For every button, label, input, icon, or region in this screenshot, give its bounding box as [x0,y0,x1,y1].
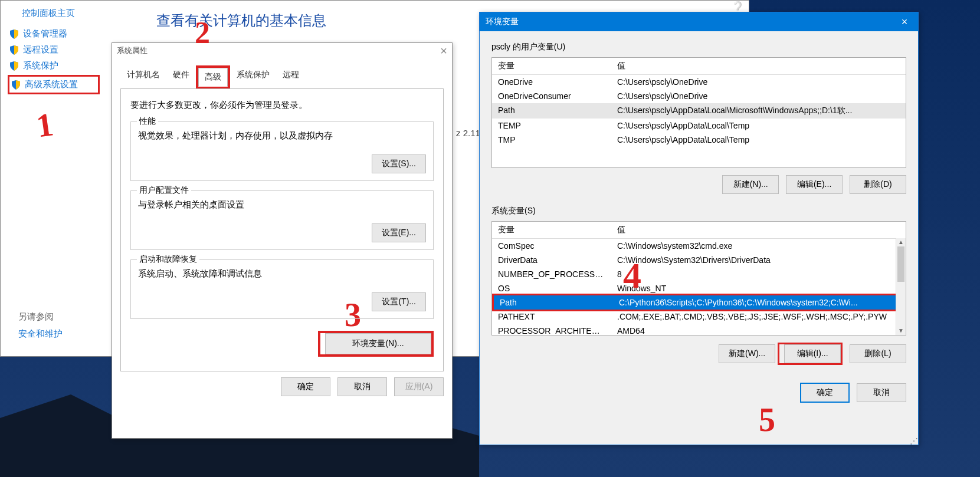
sidebar-link-system-protection[interactable]: 系统保护 [8,58,100,74]
tab-computer-name[interactable]: 计算机名 [120,65,166,89]
resize-grip-icon[interactable]: ⋰ [910,439,917,443]
tab-advanced[interactable]: 高级 [198,68,228,87]
cell-value: 8 [611,268,906,280]
system-delete-button[interactable]: 删除(L) [850,344,906,363]
group-desc: 与登录帐户相关的桌面设置 [138,199,426,210]
cell-variable: PROCESSOR_ARCHITECTURE [492,325,611,335]
col-header-variable[interactable]: 变量 [492,58,611,74]
tab-panel-advanced: 要进行大多数更改，你必须作为管理员登录。 性能 视觉效果，处理器计划，内存使用，… [120,88,444,371]
system-properties-dialog: 系统属性 × 计算机名 硬件 高级 系统保护 远程 要进行大多数更改，你必须作为… [112,42,453,439]
close-button[interactable]: × [891,12,918,31]
ok-button[interactable]: 确定 [281,377,330,396]
scroll-thumb[interactable] [897,246,904,282]
user-new-button[interactable]: 新建(N)... [722,175,779,194]
cell-value: C:\Windows\System32\Drivers\DriverData [611,254,906,266]
sidebar-link-label: 高级系统设置 [25,79,78,90]
cell-variable: NUMBER_OF_PROCESSORS [492,268,611,280]
tab-remote[interactable]: 远程 [276,65,306,89]
group-desc: 系统启动、系统故障和调试信息 [138,268,426,279]
scrollbar[interactable]: ▲ ▼ [896,238,906,335]
tab-hardware[interactable]: 硬件 [166,65,196,89]
sidebar-link-device-manager[interactable]: 设备管理器 [8,26,100,42]
table-row[interactable]: ComSpecC:\Windows\system32\cmd.exe [492,239,906,253]
sidebar-link-label: 系统保护 [23,60,58,71]
dialog-buttons: 确定 取消 应用(A) [112,371,452,404]
dialog-titlebar: 系统属性 × [112,43,452,58]
sidebar-link-remote-settings[interactable]: 远程设置 [8,42,100,58]
col-header-value[interactable]: 值 [611,222,906,238]
cell-value: C:\Python36\Scripts\;C:\Python36\;C:\Win… [613,297,904,308]
cell-value: C:\Users\pscly\OneDrive [611,76,906,88]
cell-variable: OneDriveConsumer [492,90,611,102]
cell-variable: TMP [492,134,611,146]
sidebar-link-label: 远程设置 [23,44,58,55]
cell-variable: Path [492,104,611,117]
cell-variable: PATHEXT [492,311,611,323]
user-variables-table[interactable]: 变量 值 OneDriveC:\Users\pscly\OneDriveOneD… [491,57,906,168]
table-row[interactable]: OneDriveConsumerC:\Users\pscly\OneDrive [492,89,906,103]
table-row[interactable]: PathC:\Python36\Scripts\;C:\Python36\;C:… [494,295,904,310]
dialog-title: 系统属性 [117,45,148,56]
control-panel-sidebar: 控制面板主页 设备管理器 远程设置 系统保护 高级系统设置 [1,1,107,356]
cancel-button[interactable]: 取消 [337,377,387,396]
see-also-header: 另请参阅 [18,311,63,323]
user-edit-button[interactable]: 编辑(E)... [786,175,843,194]
dialog-title: 环境变量 [486,17,519,27]
group-user-profiles: 用户配置文件 与登录帐户相关的桌面设置 设置(E)... [130,190,434,250]
user-profiles-settings-button[interactable]: 设置(E)... [372,223,426,242]
scroll-up-icon[interactable]: ▲ [896,238,906,246]
shield-icon [11,80,21,90]
see-also-section: 另请参阅 安全和维护 [18,311,63,340]
table-row[interactable]: TEMPC:\Users\pscly\AppData\Local\Temp [492,119,906,133]
cpu-speed-fragment: z 2.11 [456,128,480,138]
system-variables-table[interactable]: 变量 值 ComSpecC:\Windows\system32\cmd.exeD… [491,221,906,335]
close-button[interactable]: × [440,44,447,58]
table-header: 变量 值 [492,58,906,75]
table-row[interactable]: PATHEXT.COM;.EXE;.BAT;.CMD;.VBS;.VBE;.JS… [492,310,906,324]
table-row[interactable]: PathC:\Users\pscly\AppData\Local\Microso… [492,103,906,119]
shield-icon [9,29,19,40]
environment-variables-dialog: 环境变量 × pscly 的用户变量(U) 变量 值 OneDriveC:\Us… [479,12,919,445]
sidebar-link-advanced-system-settings[interactable]: 高级系统设置 [9,77,80,93]
table-row[interactable]: DriverDataC:\Windows\System32\Drivers\Dr… [492,253,906,267]
cell-variable: OS [492,282,611,294]
cell-value: C:\Windows\system32\cmd.exe [611,240,906,252]
system-edit-button[interactable]: 编辑(I)... [784,344,841,363]
scroll-down-icon[interactable]: ▼ [896,327,906,335]
group-desc: 视觉效果，处理器计划，内存使用，以及虚拟内存 [138,130,426,142]
see-also-security-link[interactable]: 安全和维护 [18,328,63,340]
cell-value: C:\Users\pscly\AppData\Local\Microsoft\W… [611,104,906,117]
ok-button[interactable]: 确定 [800,383,850,403]
performance-settings-button[interactable]: 设置(S)... [372,154,426,173]
table-row[interactable]: NUMBER_OF_PROCESSORS8 [492,267,906,281]
cancel-button[interactable]: 取消 [857,383,906,402]
shield-icon [9,45,19,55]
cell-value: C:\Users\pscly\AppData\Local\Temp [611,120,906,131]
control-panel-home-link[interactable]: 控制面板主页 [8,8,100,19]
col-header-variable[interactable]: 变量 [492,222,611,238]
dialog-titlebar: 环境变量 × [480,12,918,31]
group-performance: 性能 视觉效果，处理器计划，内存使用，以及虚拟内存 设置(S)... [130,121,434,181]
table-row[interactable]: OSWindows_NT [492,281,906,295]
col-header-value[interactable]: 值 [611,58,906,74]
cell-variable: DriverData [492,254,611,266]
table-row[interactable]: PROCESSOR_ARCHITECTUREAMD64 [492,324,906,335]
system-variables-label: 系统变量(S) [491,206,906,216]
cell-variable: ComSpec [492,240,611,252]
environment-variables-button[interactable]: 环境变量(N)... [325,333,431,354]
user-delete-button[interactable]: 删除(D) [850,175,906,194]
table-row[interactable]: TMPC:\Users\pscly\AppData\Local\Temp [492,133,906,147]
shield-icon [9,61,19,71]
cell-value: C:\Users\pscly\AppData\Local\Temp [611,134,906,146]
cell-variable: OneDrive [492,76,611,88]
cell-variable: Path [494,297,613,308]
table-row[interactable]: OneDriveC:\Users\pscly\OneDrive [492,75,906,89]
group-startup-recovery: 启动和故障恢复 系统启动、系统故障和调试信息 设置(T)... [130,259,434,319]
user-variables-label: pscly 的用户变量(U) [491,42,906,52]
system-new-button[interactable]: 新建(W)... [719,344,775,363]
startup-settings-button[interactable]: 设置(T)... [372,292,426,311]
tab-system-protection[interactable]: 系统保护 [230,65,276,89]
apply-button[interactable]: 应用(A) [394,377,444,396]
tab-strip: 计算机名 硬件 高级 系统保护 远程 [112,65,452,89]
cell-value: .COM;.EXE;.BAT;.CMD;.VBS;.VBE;.JS;.JSE;.… [611,311,906,323]
